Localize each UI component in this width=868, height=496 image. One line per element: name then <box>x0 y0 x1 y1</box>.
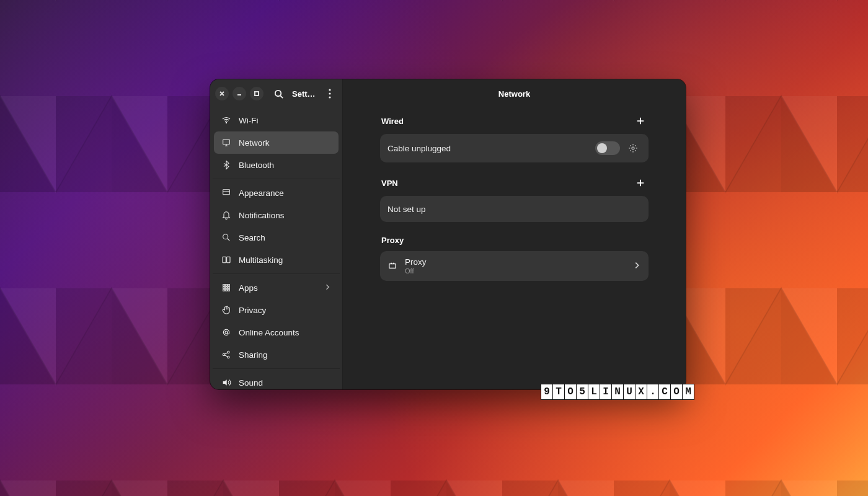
svg-point-4 <box>329 96 330 98</box>
svg-point-8 <box>223 234 228 239</box>
watermark-char: . <box>647 384 659 400</box>
gear-icon <box>628 143 638 153</box>
sidebar-item-label: Apps <box>239 283 258 293</box>
content-pane: Network Wired Cable unplugged <box>343 79 686 389</box>
svg-rect-6 <box>223 140 230 144</box>
nav-separator <box>213 368 340 369</box>
window-title: Sett… <box>291 89 319 99</box>
header-menu-button[interactable] <box>322 85 337 102</box>
svg-point-5 <box>226 122 226 123</box>
svg-rect-14 <box>223 287 225 289</box>
section-vpn-title: VPN <box>381 179 398 188</box>
svg-rect-16 <box>228 287 230 289</box>
sidebar-item-appearance[interactable]: Appearance <box>214 182 339 204</box>
watermark-char: C <box>658 384 671 400</box>
sidebar-item-sharing[interactable]: Sharing <box>214 343 339 366</box>
watermark-char: M <box>682 384 694 400</box>
sidebar-item-online-accounts[interactable]: Online Accounts <box>214 321 339 343</box>
watermark-char: I <box>600 384 612 400</box>
wired-connection-row: Cable unplugged <box>380 134 649 162</box>
proxy-chevron <box>632 261 641 272</box>
wired-add-button[interactable] <box>634 114 647 128</box>
chevron-right-icon <box>324 283 331 293</box>
watermark: 9TO5LINUX.COM <box>541 384 694 400</box>
sidebar-item-network[interactable]: Network <box>214 131 339 154</box>
vpn-status-label: Not set up <box>388 205 641 214</box>
search-icon <box>221 232 231 242</box>
watermark-char: O <box>670 384 683 400</box>
proxy-row-label: Proxy <box>405 257 427 267</box>
window-minimize-button[interactable] <box>232 87 246 100</box>
vpn-status-row: Not set up <box>380 196 649 222</box>
watermark-char: N <box>611 384 624 400</box>
wired-settings-button[interactable] <box>625 140 641 156</box>
watermark-char: 5 <box>576 384 588 400</box>
sidebar-item-bluetooth[interactable]: Bluetooth <box>214 154 339 176</box>
bell-icon <box>221 210 231 220</box>
sidebar-item-label: Online Accounts <box>239 328 299 337</box>
watermark-char: T <box>552 384 565 400</box>
close-icon <box>219 91 225 97</box>
svg-rect-19 <box>228 290 230 291</box>
section-proxy: Proxy Proxy Off <box>380 236 649 281</box>
sidebar-nav: Wi-FiNetworkBluetoothAppearanceNotificat… <box>210 108 342 389</box>
kebab-menu-icon <box>329 89 331 99</box>
bluetooth-icon <box>221 160 231 170</box>
multitasking-icon <box>221 255 231 265</box>
sidebar-item-label: Multitasking <box>239 255 283 265</box>
sidebar-item-privacy[interactable]: Privacy <box>214 299 339 321</box>
svg-rect-25 <box>389 264 396 268</box>
network-icon <box>221 138 231 148</box>
sidebar-item-label: Sound <box>239 378 263 388</box>
sidebar-item-wi-fi[interactable]: Wi-Fi <box>214 109 339 131</box>
apps-icon <box>221 283 231 293</box>
sidebar-item-label: Search <box>239 233 265 242</box>
wired-toggle[interactable] <box>595 141 620 155</box>
sidebar-header: Sett… <box>210 79 342 108</box>
toggle-knob <box>597 143 607 153</box>
sidebar-search-button[interactable] <box>270 85 287 102</box>
svg-rect-11 <box>223 285 225 286</box>
svg-point-3 <box>329 92 330 94</box>
window-close-button[interactable] <box>215 87 229 100</box>
sidebar: Sett… Wi-FiNetworkBluetoothAppearanceNot… <box>210 79 343 389</box>
wifi-icon <box>221 115 231 125</box>
sidebar-item-search[interactable]: Search <box>214 226 339 249</box>
content-body: Wired Cable unplugged <box>343 108 686 389</box>
svg-rect-12 <box>226 285 228 286</box>
at-icon <box>221 327 231 337</box>
sidebar-item-notifications[interactable]: Notifications <box>214 204 339 226</box>
appearance-icon <box>221 188 231 198</box>
nav-separator <box>213 179 340 179</box>
wired-status-label: Cable unplugged <box>388 144 595 153</box>
section-proxy-head: Proxy <box>380 236 649 245</box>
sidebar-item-apps[interactable]: Apps <box>214 277 339 299</box>
svg-rect-13 <box>228 285 230 286</box>
search-icon <box>274 89 283 99</box>
proxy-icon <box>388 261 397 271</box>
watermark-char: U <box>623 384 636 400</box>
svg-point-2 <box>329 89 330 91</box>
minimize-icon <box>236 91 242 97</box>
svg-rect-7 <box>223 190 230 195</box>
svg-rect-0 <box>255 92 259 95</box>
svg-rect-9 <box>223 257 226 262</box>
sidebar-item-sound[interactable]: Sound <box>214 371 339 389</box>
content-title: Network <box>343 79 686 108</box>
maximize-icon <box>254 91 260 97</box>
watermark-char: X <box>635 384 647 400</box>
sidebar-item-multitasking[interactable]: Multitasking <box>214 249 339 271</box>
sound-icon <box>221 378 231 388</box>
proxy-row[interactable]: Proxy Off <box>380 251 649 281</box>
nav-separator <box>213 273 340 274</box>
svg-rect-17 <box>223 290 225 291</box>
section-proxy-title: Proxy <box>381 236 404 245</box>
window-maximize-button[interactable] <box>250 87 264 100</box>
vpn-add-button[interactable] <box>634 176 647 190</box>
svg-rect-15 <box>226 287 228 289</box>
watermark-char: L <box>588 384 600 400</box>
section-wired-head: Wired <box>380 114 649 128</box>
svg-rect-18 <box>226 290 228 291</box>
sidebar-item-label: Appearance <box>239 188 284 198</box>
sidebar-item-label: Privacy <box>239 306 266 315</box>
